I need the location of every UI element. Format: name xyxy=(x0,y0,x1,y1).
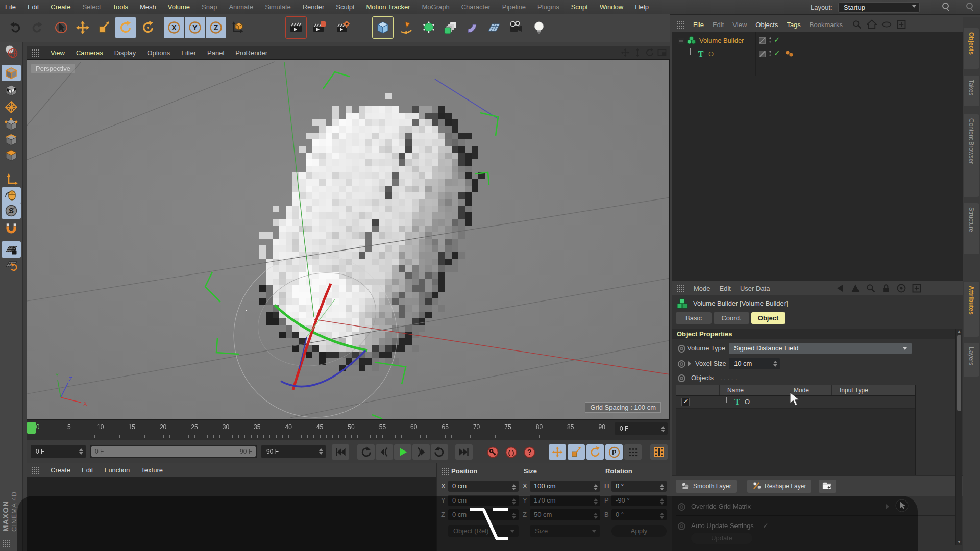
viewport-menu-cameras[interactable]: Cameras xyxy=(76,49,103,57)
dock-tab-objects[interactable]: Objects xyxy=(964,28,979,69)
loop-back-button[interactable] xyxy=(357,444,375,460)
up-icon[interactable] xyxy=(850,283,861,295)
move-button[interactable] xyxy=(72,17,93,38)
param-radio-icon[interactable] xyxy=(678,360,685,368)
light-button[interactable] xyxy=(529,17,549,38)
attribute-manager-menu-edit[interactable]: Edit xyxy=(720,285,731,292)
maximize-view-icon[interactable] xyxy=(657,48,667,57)
pan-view-icon[interactable] xyxy=(621,48,630,57)
size-mode-select[interactable]: Size xyxy=(530,525,600,537)
prev-key-button[interactable] xyxy=(376,444,393,460)
search-icon-secondary[interactable] xyxy=(966,3,973,9)
tr-rotate-button[interactable] xyxy=(586,444,604,460)
menu-help[interactable]: Help xyxy=(635,3,649,11)
dopesheet-menu-edit[interactable]: Edit xyxy=(82,466,93,474)
object-manager-menu-file[interactable]: File xyxy=(693,21,704,29)
frame-start-field[interactable]: 0 F xyxy=(31,445,86,458)
mode-texture-button[interactable] xyxy=(2,82,21,98)
viewport-3d[interactable]: YZX Perspective Grid Spacing : 100 cm xyxy=(27,59,670,419)
dock-tab-takes[interactable]: Takes xyxy=(964,76,979,106)
scrollbar[interactable]: ▲▼ xyxy=(955,329,962,545)
rotate-button[interactable] xyxy=(115,17,136,38)
row-checkbox[interactable]: ✓ xyxy=(681,398,690,406)
skip-end-button[interactable] xyxy=(455,444,473,460)
dock-tab-structure[interactable]: Structure xyxy=(964,203,979,254)
record-key-button[interactable] xyxy=(484,444,501,460)
stepper-icon[interactable] xyxy=(79,448,83,455)
eye-icon[interactable] xyxy=(881,19,892,32)
workplane-rotate-button[interactable] xyxy=(2,257,21,273)
frame-range-slider[interactable]: 0 F90 F xyxy=(90,445,257,458)
live-selection-button[interactable] xyxy=(51,17,71,38)
drag-handle-icon[interactable] xyxy=(441,467,449,475)
timeline-ruler[interactable]: 0 F 051015202530354045505560657075808590 xyxy=(27,419,670,440)
workplane-lock-button[interactable] xyxy=(2,241,21,258)
menu-mesh[interactable]: Mesh xyxy=(140,3,156,11)
menu-volume[interactable]: Volume xyxy=(168,3,190,11)
menu-snap[interactable]: Snap xyxy=(202,3,217,11)
layer-toggle-icon[interactable] xyxy=(759,50,766,59)
head-globe-button[interactable] xyxy=(2,43,21,60)
coord-field-x-1[interactable]: 100 cm xyxy=(530,481,600,492)
tab-basic[interactable]: Basic xyxy=(676,312,712,324)
menu-mograph[interactable]: MoGraph xyxy=(422,3,449,11)
axis-z-button[interactable]: Z xyxy=(206,17,226,38)
deformer-bend-button[interactable] xyxy=(462,17,483,38)
back-icon[interactable] xyxy=(835,283,845,295)
enabled-check-icon[interactable]: ✓ xyxy=(774,48,780,58)
tr-scale-button[interactable] xyxy=(568,444,585,460)
mesh-array-button[interactable] xyxy=(440,17,461,38)
menu-edit[interactable]: Edit xyxy=(28,3,39,11)
viewport-menu-view[interactable]: View xyxy=(51,49,65,57)
drag-handle-icon[interactable] xyxy=(32,466,39,474)
search-icon[interactable] xyxy=(852,19,862,32)
coord-field-x-0[interactable]: 0 cm xyxy=(448,481,519,492)
mesh-edit-button[interactable] xyxy=(419,17,439,38)
add-box-icon[interactable] xyxy=(896,19,906,32)
mode-axis-button[interactable] xyxy=(2,172,21,188)
rotate-free-button[interactable] xyxy=(138,17,158,38)
viewport-menu-options[interactable]: Options xyxy=(147,49,170,57)
camera-button[interactable] xyxy=(506,17,526,38)
object-manager-menu-objects[interactable]: Objects xyxy=(755,21,778,29)
mode-polygons-button[interactable] xyxy=(2,147,21,163)
object-manager-menu-view[interactable]: View xyxy=(732,21,747,29)
tag-dots-icon[interactable] xyxy=(785,49,795,60)
attribute-manager-menu-user-data[interactable]: User Data xyxy=(740,285,770,292)
menu-character[interactable]: Character xyxy=(461,3,491,11)
stepper-icon[interactable] xyxy=(661,426,665,432)
dopesheet-menu-function[interactable]: Function xyxy=(104,466,130,474)
column-header-input-type[interactable]: Input Type xyxy=(840,387,868,394)
attribute-manager-menu-mode[interactable]: Mode xyxy=(694,285,710,292)
dock-tab-attributes[interactable]: Attributes xyxy=(964,282,979,337)
tr-p-button[interactable]: P xyxy=(605,444,623,460)
tab-object[interactable]: Object xyxy=(751,312,785,324)
dock-tab-content-browser[interactable]: Content Browser xyxy=(964,114,979,197)
mode-model-button[interactable] xyxy=(2,65,21,81)
object-tree-row[interactable]: TO✓ xyxy=(672,47,963,61)
viewport-menu-prorender[interactable]: ProRender xyxy=(235,49,267,57)
menu-create[interactable]: Create xyxy=(51,3,70,11)
viewport-menu-filter[interactable]: Filter xyxy=(181,49,196,57)
pen-spline-button[interactable] xyxy=(396,17,416,38)
apply-button[interactable]: Apply xyxy=(611,525,667,537)
drag-handle-icon[interactable] xyxy=(32,49,39,57)
add-box-icon[interactable] xyxy=(912,283,922,295)
render-picture-button[interactable] xyxy=(309,17,330,38)
object-name[interactable]: Volume Builder xyxy=(699,37,744,44)
object-manager-menu-bookmarks[interactable]: Bookmarks xyxy=(810,21,843,29)
floor-grid-button[interactable] xyxy=(484,17,504,38)
mode-points-button[interactable] xyxy=(2,116,21,133)
menu-sculpt[interactable]: Sculpt xyxy=(336,3,354,11)
param-radio-icon[interactable] xyxy=(678,345,685,353)
model-cube-button[interactable] xyxy=(373,17,393,38)
menu-script[interactable]: Script xyxy=(571,3,588,11)
axis-x-button[interactable]: X xyxy=(164,17,184,38)
expand-arrow-icon[interactable] xyxy=(688,361,691,366)
drag-handle-icon[interactable] xyxy=(677,21,684,29)
reshape-layer-button[interactable]: Reshape Layer xyxy=(747,480,811,493)
expand-arrow-icon[interactable] xyxy=(886,504,889,509)
section-header[interactable]: Object Properties xyxy=(672,329,955,339)
mouse-tool-button[interactable] xyxy=(2,187,21,204)
visibility-dots-icon[interactable] xyxy=(769,36,772,46)
